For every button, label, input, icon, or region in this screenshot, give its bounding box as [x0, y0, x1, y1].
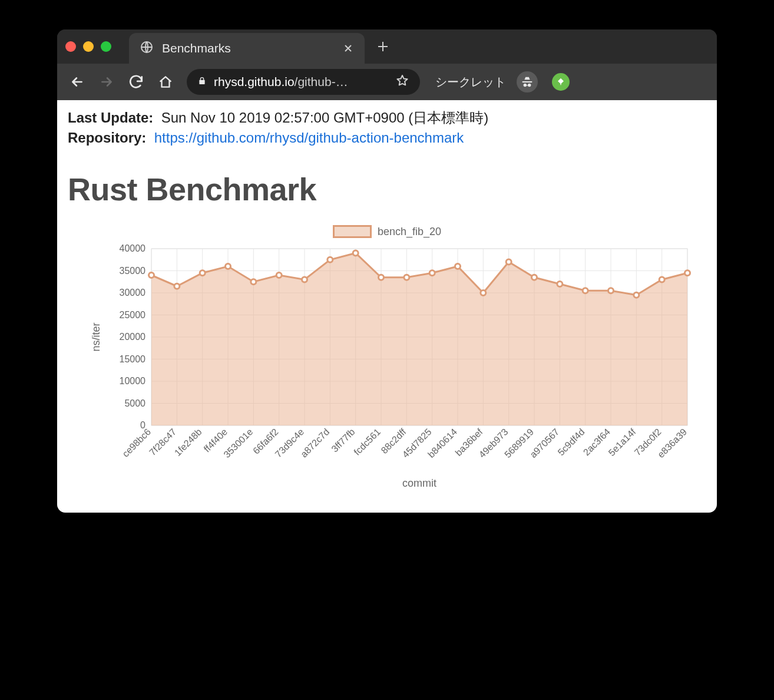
repository-link[interactable]: https://github.com/rhysd/github-action-b… [154, 130, 464, 146]
svg-text:1fe248b: 1fe248b [173, 427, 204, 458]
benchmark-chart: 0500010000150002000025000300003500040000… [75, 243, 699, 490]
svg-point-63 [659, 277, 664, 282]
incognito-label: シークレット [435, 74, 506, 90]
svg-text:40000: 40000 [120, 243, 146, 253]
svg-point-50 [328, 257, 333, 262]
url-path: /github-… [295, 75, 348, 88]
window-minimize-button[interactable] [83, 41, 94, 52]
globe-icon [140, 40, 154, 57]
legend-label: bench_fib_20 [378, 226, 441, 238]
new-tab-button[interactable] [375, 39, 391, 54]
svg-text:15000: 15000 [120, 354, 146, 364]
browser-tab[interactable]: Benchmarks [129, 33, 365, 64]
svg-text:25000: 25000 [120, 310, 146, 320]
url-text: rhysd.github.io/github-… [214, 75, 388, 89]
svg-point-60 [583, 288, 588, 293]
svg-text:7f28c47: 7f28c47 [147, 427, 178, 457]
url-host: rhysd.github.io [214, 75, 295, 88]
bookmark-star-icon[interactable] [395, 74, 409, 90]
last-update-line: Last Update: Sun Nov 10 2019 02:57:00 GM… [68, 108, 706, 127]
svg-text:5e1a14f: 5e1a14f [607, 427, 638, 458]
address-bar[interactable]: rhysd.github.io/github-… [187, 69, 420, 95]
svg-point-45 [200, 270, 205, 276]
tab-title: Benchmarks [162, 41, 334, 55]
svg-text:5c9df4d: 5c9df4d [556, 427, 587, 457]
reload-button[interactable] [124, 70, 148, 94]
repository-line: Repository: https://github.com/rhysd/git… [68, 130, 706, 146]
tab-close-button[interactable] [342, 42, 354, 54]
lock-icon [197, 76, 207, 88]
svg-text:ns/iter: ns/iter [90, 322, 102, 351]
svg-point-64 [685, 270, 690, 276]
forward-button[interactable] [95, 70, 118, 94]
svg-point-47 [251, 279, 256, 285]
legend-swatch [333, 225, 372, 238]
window-controls [65, 41, 111, 52]
svg-text:fcdc561: fcdc561 [352, 427, 382, 457]
svg-text:ce98bc6: ce98bc6 [120, 427, 153, 459]
browser-window: Benchmarks rhysd.github.io/github-… [57, 29, 717, 513]
svg-point-62 [634, 292, 639, 298]
svg-text:2ac3f64: 2ac3f64 [581, 427, 612, 457]
window-maximize-button[interactable] [101, 41, 111, 52]
svg-text:35000: 35000 [120, 266, 146, 276]
repository-label: Repository: [68, 130, 146, 146]
svg-text:10000: 10000 [120, 376, 146, 386]
svg-point-59 [557, 282, 563, 287]
svg-point-51 [353, 250, 358, 256]
last-update-value: Sun Nov 10 2019 02:57:00 GMT+0900 (日本標準時… [161, 110, 489, 126]
svg-point-56 [481, 290, 486, 296]
home-button[interactable] [154, 70, 177, 94]
svg-point-53 [404, 275, 409, 280]
page-content: Last Update: Sun Nov 10 2019 02:57:00 GM… [57, 100, 717, 513]
svg-point-46 [226, 264, 231, 269]
svg-point-48 [276, 273, 282, 278]
svg-text:20000: 20000 [120, 332, 146, 342]
svg-point-55 [455, 264, 461, 269]
svg-point-58 [532, 275, 537, 280]
svg-point-44 [174, 283, 180, 289]
svg-point-52 [379, 275, 384, 280]
back-button[interactable] [65, 70, 89, 94]
chart-legend[interactable]: bench_fib_20 [75, 225, 699, 238]
last-update-label: Last Update: [68, 110, 153, 126]
svg-text:30000: 30000 [120, 288, 146, 298]
incognito-icon[interactable] [517, 71, 538, 93]
svg-point-49 [302, 277, 307, 282]
page-title: Rust Benchmark [68, 171, 706, 207]
svg-text:5000: 5000 [124, 398, 145, 408]
svg-point-54 [429, 270, 435, 276]
browser-titlebar: Benchmarks [57, 29, 717, 64]
svg-text:commit: commit [402, 477, 436, 489]
svg-point-57 [506, 259, 511, 265]
browser-toolbar: rhysd.github.io/github-… シークレット [57, 64, 717, 100]
extension-badge-icon[interactable] [552, 73, 570, 91]
window-close-button[interactable] [65, 41, 76, 52]
chart-container: bench_fib_20 050001000015000200002500030… [75, 225, 699, 490]
svg-point-61 [608, 288, 614, 293]
svg-point-43 [149, 273, 154, 278]
